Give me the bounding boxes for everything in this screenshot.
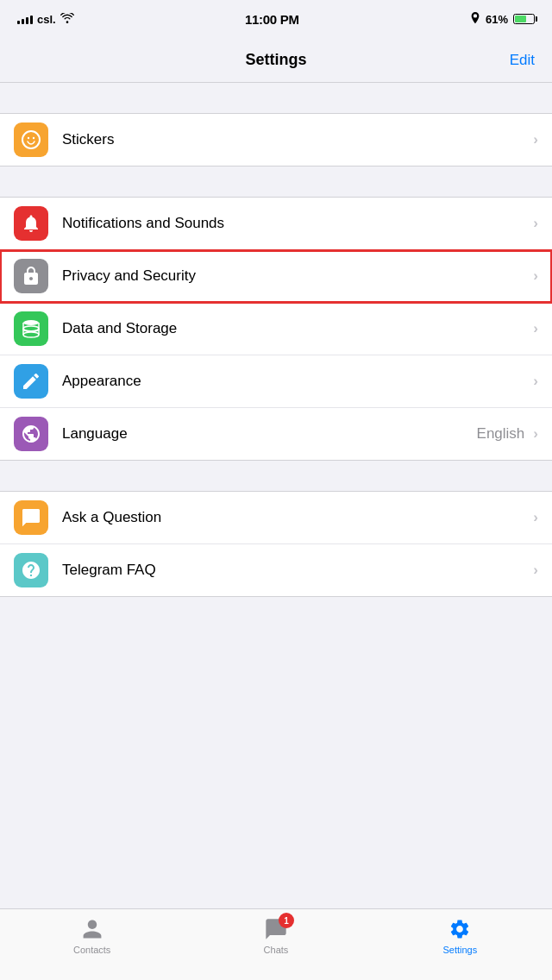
language-icon xyxy=(14,417,48,451)
status-left: csl. xyxy=(17,12,74,26)
ask-question-chevron: › xyxy=(533,509,538,526)
section-spacer-2 xyxy=(0,166,552,197)
tab-bar: Contacts 1 Chats Settings xyxy=(0,908,552,980)
privacy-chevron: › xyxy=(533,267,538,285)
svg-point-10 xyxy=(33,517,34,518)
data-label: Data and Storage xyxy=(62,320,530,337)
section-help: Ask a Question › Telegram FAQ › xyxy=(0,491,552,597)
notifications-chevron: › xyxy=(533,215,538,232)
row-privacy[interactable]: Privacy and Security › xyxy=(0,250,552,303)
privacy-label: Privacy and Security xyxy=(62,267,530,285)
tab-contacts[interactable]: Contacts xyxy=(0,916,184,955)
faq-chevron: › xyxy=(533,562,538,579)
privacy-icon xyxy=(14,259,48,293)
svg-point-1 xyxy=(28,137,29,139)
svg-point-3 xyxy=(23,320,39,325)
section-stickers: Stickers › xyxy=(0,113,552,166)
section-spacer-3 xyxy=(0,461,552,491)
settings-tab-icon xyxy=(447,916,473,942)
section-spacer-1 xyxy=(0,83,552,113)
bottom-spacer xyxy=(0,597,552,700)
svg-point-0 xyxy=(22,131,40,148)
tab-settings[interactable]: Settings xyxy=(368,916,552,955)
wifi-icon xyxy=(60,12,74,26)
row-stickers[interactable]: Stickers › xyxy=(0,114,552,166)
signal-bars xyxy=(17,14,33,24)
ask-question-label: Ask a Question xyxy=(62,509,530,526)
nav-bar: Settings Edit xyxy=(0,38,552,83)
battery-icon xyxy=(513,14,535,24)
language-label: Language xyxy=(62,425,477,443)
status-time: 11:00 PM xyxy=(245,12,299,27)
page-title: Settings xyxy=(245,51,306,69)
carrier-label: csl. xyxy=(37,13,56,26)
language-value: English xyxy=(477,425,525,443)
faq-icon xyxy=(14,553,48,587)
chats-tab-icon: 1 xyxy=(263,916,289,942)
row-ask-question[interactable]: Ask a Question › xyxy=(0,492,552,544)
row-faq[interactable]: Telegram FAQ › xyxy=(0,544,552,596)
contacts-tab-label: Contacts xyxy=(73,945,110,955)
settings-tab-label: Settings xyxy=(442,945,477,955)
row-data[interactable]: Data and Storage › xyxy=(0,303,552,355)
svg-point-5 xyxy=(23,332,39,337)
battery-percentage: 61% xyxy=(486,13,508,26)
edit-button[interactable]: Edit xyxy=(510,52,535,69)
svg-point-8 xyxy=(28,517,29,518)
status-right: 61% xyxy=(470,12,535,27)
stickers-chevron: › xyxy=(533,131,538,148)
row-appearance[interactable]: Appearance › xyxy=(0,355,552,408)
svg-point-9 xyxy=(30,517,32,518)
notifications-icon xyxy=(14,206,48,241)
row-notifications[interactable]: Notifications and Sounds › xyxy=(0,198,552,250)
row-language[interactable]: Language English › xyxy=(0,408,552,460)
notifications-label: Notifications and Sounds xyxy=(62,215,530,232)
data-icon xyxy=(14,311,48,346)
ask-question-icon xyxy=(14,500,48,535)
data-chevron: › xyxy=(533,320,538,337)
stickers-label: Stickers xyxy=(62,131,530,148)
svg-point-2 xyxy=(33,137,34,139)
appearance-chevron: › xyxy=(533,373,538,390)
location-icon xyxy=(470,12,480,27)
contacts-tab-icon xyxy=(79,916,105,942)
status-bar: csl. 11:00 PM 61% xyxy=(0,0,552,38)
stickers-icon xyxy=(14,122,48,157)
chats-tab-label: Chats xyxy=(264,945,289,955)
appearance-label: Appearance xyxy=(62,373,530,390)
section-main-settings: Notifications and Sounds › Privacy and S… xyxy=(0,197,552,461)
language-chevron: › xyxy=(533,425,538,443)
appearance-icon xyxy=(14,364,48,399)
chats-badge: 1 xyxy=(279,913,294,928)
tab-chats[interactable]: 1 Chats xyxy=(184,916,367,955)
faq-label: Telegram FAQ xyxy=(62,562,530,579)
